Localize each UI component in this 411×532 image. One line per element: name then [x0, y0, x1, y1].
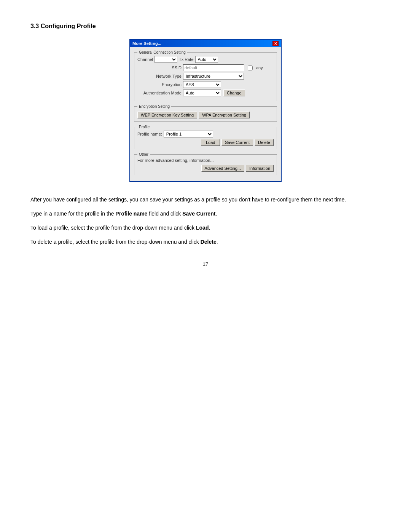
profile-select-wrapper: Profile 1	[164, 131, 213, 137]
profile-name-bold: Profile name	[115, 211, 147, 217]
delete-button[interactable]: Delete	[255, 139, 274, 146]
load-button[interactable]: Load	[201, 139, 220, 146]
other-description: For more advanced setting, information..…	[137, 158, 274, 163]
information-button[interactable]: Information	[246, 165, 274, 172]
profile-name-label: Profile name:	[137, 132, 164, 136]
auth-mode-select[interactable]: Auto	[183, 89, 221, 96]
page-number: 17	[30, 261, 381, 267]
profile-fieldset: Profile Profile name: Profile 1 Load Sav…	[134, 125, 277, 149]
wpa-encryption-button[interactable]: WPA Encryption Setting	[199, 112, 250, 118]
paragraph-3: To load a profile, select the profile fr…	[30, 224, 381, 232]
encryption-setting-fieldset: Encryption Setting WEP Encryption Key Se…	[134, 104, 277, 122]
any-label: any	[256, 66, 263, 70]
more-setting-dialog: More Setting... ✕ General Connection Set…	[129, 39, 282, 182]
delete-bold: Delete	[201, 239, 217, 245]
encryption-legend: Encryption Setting	[137, 104, 171, 109]
network-type-select[interactable]: Infrastructure	[183, 73, 244, 80]
channel-select[interactable]	[155, 56, 177, 63]
profile-legend: Profile	[137, 125, 151, 129]
encryption-select[interactable]: AES	[183, 81, 221, 88]
profile-button-row: Load Save Current Delete	[137, 139, 274, 146]
dialog-titlebar: More Setting... ✕	[130, 40, 281, 47]
ssid-input[interactable]	[183, 64, 244, 71]
any-checkbox[interactable]	[248, 66, 253, 70]
save-current-button[interactable]: Save Current	[221, 139, 253, 146]
dialog-wrapper: More Setting... ✕ General Connection Set…	[30, 39, 381, 182]
dialog-close-button[interactable]: ✕	[272, 41, 279, 46]
change-button[interactable]: Change	[223, 89, 245, 96]
body-content: After you have configured all the settin…	[30, 196, 381, 246]
save-current-bold: Save Current	[182, 211, 215, 217]
advanced-setting-button[interactable]: Advanced Setting...	[201, 165, 244, 172]
wep-key-setting-button[interactable]: WEP Encryption Key Setting	[137, 112, 197, 118]
general-connection-fieldset: General Connection Setting Channel Tx Ra…	[134, 50, 277, 101]
section-number: 3.3	[30, 23, 39, 29]
section-title: Configuring Profile	[41, 23, 96, 29]
section-heading: 3.3 Configuring Profile	[30, 23, 381, 30]
tx-rate-label: Tx Rate	[179, 57, 194, 62]
ssid-row: SSID any	[137, 64, 274, 71]
paragraph-2: Type in a name for the profile in the Pr…	[30, 210, 381, 218]
channel-label: Channel	[137, 57, 155, 62]
other-fieldset: Other For more advanced setting, informa…	[134, 152, 277, 175]
encryption-label: Encryption	[137, 82, 183, 87]
profile-name-row: Profile name: Profile 1	[137, 131, 274, 137]
general-legend: General Connection Setting	[137, 50, 187, 54]
network-type-row: Network Type Infrastructure	[137, 73, 274, 80]
ssid-label: SSID	[137, 66, 183, 70]
paragraph-4: To delete a profile, select the profile …	[30, 238, 381, 246]
load-bold: Load	[196, 225, 209, 231]
channel-row: Channel Tx Rate Auto	[137, 56, 274, 63]
other-legend: Other	[137, 152, 150, 157]
paragraph-1: After you have configured all the settin…	[30, 196, 381, 204]
network-type-label: Network Type	[137, 74, 183, 78]
dialog-title: More Setting...	[132, 41, 161, 46]
auth-mode-label: Authentication Mode	[137, 91, 183, 95]
dialog-body: General Connection Setting Channel Tx Ra…	[130, 47, 281, 181]
tx-rate-select[interactable]: Auto	[195, 56, 218, 63]
other-button-row: Advanced Setting... Information	[137, 165, 274, 172]
wep-wpa-row: WEP Encryption Key Setting WPA Encryptio…	[137, 112, 274, 118]
profile-name-select[interactable]: Profile 1	[164, 131, 213, 137]
auth-mode-row: Authentication Mode Auto Change	[137, 89, 274, 96]
encryption-row: Encryption AES	[137, 81, 274, 88]
